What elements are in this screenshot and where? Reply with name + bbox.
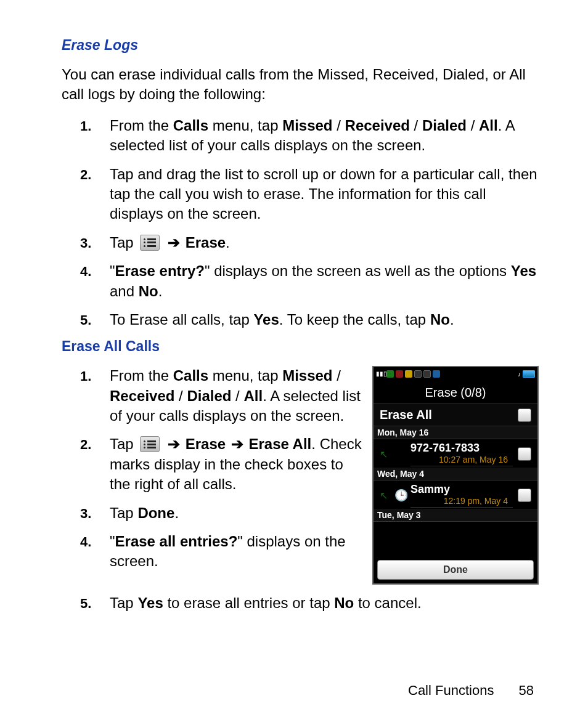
list-item: 1. From the Calls menu, tap Missed / Rec… [80,116,539,156]
list-item: 4. "Erase all entries?" displays on the … [80,532,364,572]
erase-all-label: Erase All [380,408,432,422]
status-icon [414,370,422,378]
call-row[interactable]: ↖ 972-761-7833 10:27 am, May 16 [374,439,537,468]
list-item: 2. Tap and drag the list to scroll up or… [80,164,539,224]
dialed-call-icon: ↖ [377,448,390,460]
status-icon [405,370,412,378]
list-body: "Erase all entries?" displays on the scr… [110,532,364,572]
list-number: 1. [80,116,110,136]
phone-screen-title: Erase (0/8) [374,381,537,404]
call-time: 12:19 pm, May 4 [410,496,513,508]
list-body: "Erase entry?" displays on the screen as… [110,261,539,301]
erase-logs-list: 1. From the Calls menu, tap Missed / Rec… [62,116,539,330]
erase-all-row[interactable]: Erase All [374,404,537,426]
phone-screenshot: ▮▮▯ ♪ Erase (0/8) Erase All Mon, May 16 [372,366,539,585]
list-number: 1. [80,366,110,386]
list-item: 1. From the Calls menu, tap Missed / Rec… [80,366,364,426]
list-body: To Erase all calls, tap Yes. To keep the… [110,310,539,330]
status-icon [396,370,403,378]
list-number: 3. [80,233,110,253]
list-item: 4. "Erase entry?" displays on the screen… [80,261,539,301]
call-row[interactable]: ↖ 🕒 Sammy 12:19 pm, May 4 [374,481,537,509]
menu-list-icon [140,235,160,251]
list-number: 5. [80,310,110,330]
erase-all-list-cont: 5. Tap Yes to erase all entries or tap N… [62,593,539,613]
date-header: Wed, May 4 [374,468,537,481]
call-time: 10:27 am, May 16 [410,455,513,466]
list-item: 3. Tap ➔ Erase. [80,233,539,253]
dialed-call-icon: ↖ [377,489,390,501]
status-icon [386,370,394,378]
list-body: From the Calls menu, tap Missed / Receiv… [110,366,364,426]
page-footer: Call Functions 58 [408,683,534,699]
checkbox[interactable] [518,408,531,422]
list-number: 5. [80,593,110,613]
status-icon [433,370,440,378]
call-number: 972-761-7833 [410,442,513,455]
list-body: Tap ➔ Erase. [110,233,539,253]
music-icon: ♪ [518,371,521,378]
list-number: 4. [80,261,110,281]
list-item: 3. Tap Done. [80,503,364,523]
list-item: 2. Tap ➔ Erase ➔ Erase All. Check marks … [80,434,364,494]
list-body: Tap and drag the list to scroll up or do… [110,164,539,224]
arrow-icon: ➔ [168,436,180,452]
contact-icon: 🕒 [394,489,406,502]
checkbox[interactable] [518,447,531,461]
status-icon [423,370,431,378]
list-item: 5. Tap Yes to erase all entries or tap N… [80,593,539,613]
menu-list-icon [140,436,160,452]
checkbox[interactable] [518,489,531,502]
date-header: Mon, May 16 [374,426,537,439]
list-number: 4. [80,532,110,551]
section-title-erase-all-calls: Erase All Calls [62,338,539,355]
erase-all-list: 1. From the Calls menu, tap Missed / Rec… [62,366,364,572]
list-body: Tap Done. [110,503,364,523]
section-title-erase-logs: Erase Logs [62,37,539,54]
list-item: 5. To Erase all calls, tap Yes. To keep … [80,310,539,330]
done-button[interactable]: Done [377,560,534,580]
list-number: 2. [80,434,110,454]
list-number: 3. [80,503,110,523]
arrow-icon: ➔ [231,436,243,452]
signal-icon: ▮▮▯ [376,370,385,378]
list-body: From the Calls menu, tap Missed / Receiv… [110,116,539,156]
call-name: Sammy [410,483,513,496]
page-number: 58 [519,683,534,698]
arrow-icon: ➔ [168,234,180,251]
list-body: Tap Yes to erase all entries or tap No t… [110,593,539,613]
intro-paragraph: You can erase individual calls from the … [62,65,539,105]
list-number: 2. [80,164,110,184]
battery-icon [523,370,535,378]
date-header: Tue, May 3 [374,509,537,522]
status-bar: ▮▮▯ ♪ [374,367,537,381]
footer-label: Call Functions [408,683,494,698]
list-body: Tap ➔ Erase ➔ Erase All. Check marks dis… [110,434,364,494]
